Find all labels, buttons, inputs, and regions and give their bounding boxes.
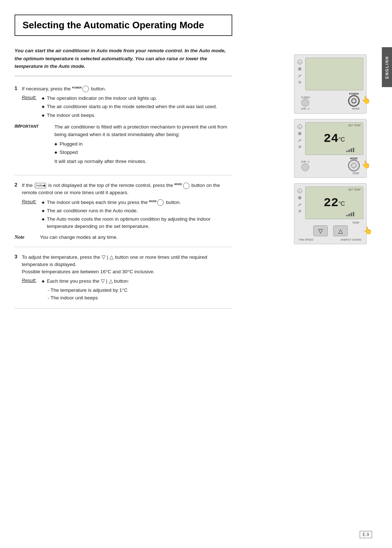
drop-icon: ❄ bbox=[298, 80, 302, 85]
result-item-text: Each time you press the ▽ | △ button: bbox=[47, 278, 129, 285]
temp-unit-2: °C bbox=[338, 136, 345, 143]
remote-screen-2: SET TEMP 24 °C bbox=[305, 122, 363, 155]
1hr-label: 1HR. ⊙ bbox=[301, 107, 310, 110]
intro-text: You can start the air conditioner in Aut… bbox=[15, 48, 226, 69]
turbo-label: TURBO bbox=[301, 96, 310, 99]
page-title: Selecting the Automatic Operating Mode bbox=[23, 20, 224, 31]
result-item: ◆ The air conditioner runs in the Auto m… bbox=[42, 207, 232, 214]
snowflake-icon3: ❄ bbox=[298, 195, 302, 201]
result-item-text: The indoor unit beeps each time you pres… bbox=[47, 199, 181, 206]
intro-paragraph: You can start the air conditioner in Aut… bbox=[15, 47, 232, 76]
mode-label-r1: MODE bbox=[352, 107, 360, 110]
note-row: Note You can change modes at any time. bbox=[15, 234, 232, 240]
svg-rect-7 bbox=[353, 148, 354, 152]
mode-btn-col: MODE 👆 bbox=[348, 157, 360, 171]
page-number-area: E.9 bbox=[360, 532, 372, 537]
temp-buttons-row: TEMP. bbox=[297, 221, 363, 225]
important-item: ◆ Plugged in bbox=[54, 140, 232, 148]
temp-label-r3: TEMP. bbox=[352, 221, 360, 224]
diamond-icon: ◆ bbox=[42, 278, 45, 284]
power-label: POWER bbox=[349, 93, 359, 95]
signal-bars-icon2 bbox=[346, 212, 361, 216]
page-number: E.9 bbox=[360, 531, 372, 538]
step-3-result: Result: ◆ Each time you press the ▽ | △ … bbox=[22, 278, 232, 302]
step-2: 2 If the Auto◀ is not displayed at the t… bbox=[15, 182, 232, 247]
1hr-label-2: 1HR. ⊙ bbox=[301, 160, 310, 163]
turbo-btn-col: TURBO bbox=[301, 96, 310, 107]
result-item-text: The air conditioner runs in the Auto mod… bbox=[47, 207, 138, 214]
temp-unit-3: °C bbox=[338, 201, 345, 207]
auto-icon-svg: A bbox=[297, 60, 302, 65]
step-3: 3 To adjust the temperature, press the ▽… bbox=[15, 254, 232, 309]
svg-rect-10 bbox=[346, 215, 348, 216]
bottom-labels-2: TEMP. bbox=[297, 171, 363, 175]
important-item-text: Stopped bbox=[60, 149, 78, 156]
step-3-number: 3 bbox=[15, 254, 22, 259]
svg-rect-11 bbox=[348, 214, 350, 216]
diamond-icon: ◆ bbox=[54, 150, 57, 155]
bottom-labels-1: 1HR. ⊙ MODE bbox=[297, 107, 363, 110]
svg-rect-6 bbox=[351, 148, 352, 152]
mode-label-r2: MODE bbox=[350, 157, 358, 160]
bottom-labels-3: FAN SPEED ENERGY SAVING bbox=[297, 238, 363, 241]
step-2-result: Result: ◆ The indoor unit beeps each tim… bbox=[22, 199, 232, 232]
turbo-button bbox=[301, 99, 309, 107]
result-item: ◆ The indoor unit beeps each time you pr… bbox=[42, 199, 232, 206]
auto-icon-svg3: A bbox=[297, 188, 302, 193]
step-2-result-label: Result: bbox=[22, 199, 42, 232]
drop-icon3: ❄ bbox=[298, 209, 302, 214]
snowflake-icon: ❄ bbox=[298, 66, 302, 72]
diamond-icon: ◆ bbox=[42, 208, 45, 213]
temp-down-button: ▽ bbox=[313, 225, 328, 236]
svg-text:A: A bbox=[299, 126, 301, 128]
auto-icon: Auto◀ bbox=[35, 183, 46, 189]
important-main-text: The air conditioner is fitted with a pro… bbox=[54, 124, 227, 138]
svg-text:A: A bbox=[299, 190, 301, 192]
diamond-icon: ◆ bbox=[42, 200, 45, 205]
result-item: ◆ The air conditioner starts up in the m… bbox=[42, 103, 232, 110]
step-1-result-items: ◆ The operation indicator on the indoor … bbox=[42, 95, 232, 120]
leaf-icon bbox=[297, 73, 302, 78]
screen-bottom-icons-2 bbox=[346, 147, 361, 153]
language-label: ENGLISH bbox=[385, 56, 389, 79]
important-item: ◆ Stopped bbox=[54, 149, 232, 156]
set-temp-label-2: SET TEMP bbox=[348, 124, 361, 127]
temp-up-button: △ bbox=[333, 225, 348, 236]
important-box: IMPORTANT The air conditioner is fitted … bbox=[15, 123, 232, 165]
dash-item: - The temperature is adjusted by 1°C bbox=[48, 286, 232, 294]
remote-screen-1 bbox=[305, 58, 363, 90]
leaf-icon2 bbox=[297, 138, 302, 143]
mode-button bbox=[348, 160, 360, 171]
result-item: ◆ The indoor unit beeps. bbox=[42, 112, 232, 119]
result-item-text: The Auto mode cools the room in optimum … bbox=[47, 216, 232, 230]
energy-saving-label: ENERGY SAVING bbox=[341, 238, 362, 241]
power-button-icon bbox=[82, 86, 89, 92]
step-3-header: 3 To adjust the temperature, press the ▽… bbox=[15, 254, 232, 276]
main-content: Selecting the Automatic Operating Mode Y… bbox=[15, 15, 232, 315]
power-superscript: POWER bbox=[72, 86, 82, 89]
svg-rect-4 bbox=[346, 151, 348, 152]
temp-value-3: 22 bbox=[324, 196, 339, 210]
step-3-text: To adjust the temperature, press the ▽ |… bbox=[22, 254, 232, 276]
power-button bbox=[348, 95, 360, 107]
auto-icon-svg2: A bbox=[297, 124, 302, 129]
language-tab: ENGLISH bbox=[382, 47, 392, 87]
result-item: ◆ The Auto mode cools the room in optimu… bbox=[42, 216, 232, 230]
finger-pointer-3: 👆 bbox=[363, 226, 372, 235]
diamond-icon: ◆ bbox=[42, 95, 45, 101]
result-item-text: The operation indicator on the indoor un… bbox=[47, 95, 157, 102]
im-text: IM bbox=[15, 123, 20, 129]
portant-text: PORTANT bbox=[20, 124, 38, 128]
screen-content-1 bbox=[306, 58, 363, 62]
diamond-icon: ◆ bbox=[54, 141, 57, 147]
svg-rect-12 bbox=[351, 213, 352, 216]
set-temp-label-3: SET TEMP bbox=[348, 188, 361, 191]
remote-screen-3: SET TEMP 22 °C bbox=[305, 187, 363, 219]
mode-superscript: MODE bbox=[175, 183, 182, 185]
screen-bottom-icons-3 bbox=[346, 212, 361, 217]
fan-speed-label: FAN SPEED bbox=[299, 238, 313, 241]
step-3-result-label: Result: bbox=[22, 278, 42, 302]
diamond-icon: ◆ bbox=[42, 113, 45, 118]
result-item-text: The air conditioner starts up in the mod… bbox=[47, 103, 217, 110]
remote-illustration-1: A ❄ ❄ TURBO POWER 👆 bbox=[294, 54, 367, 114]
